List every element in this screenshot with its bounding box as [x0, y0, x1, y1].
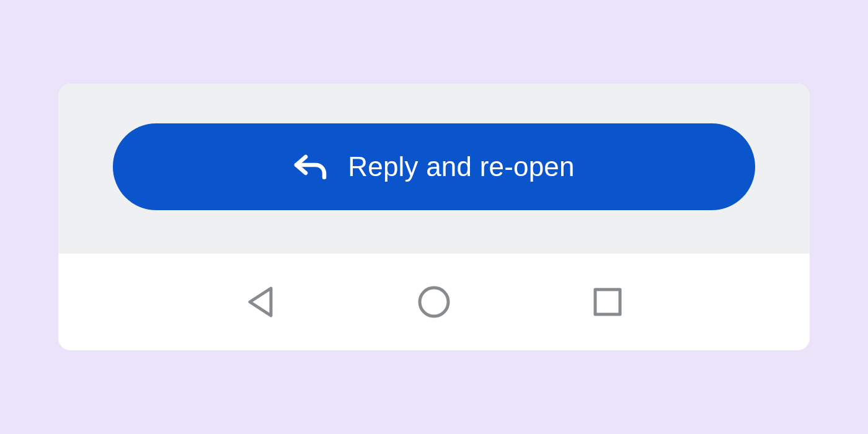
preview-card: Reply and re-open: [58, 84, 810, 350]
android-nav-bar: [58, 254, 810, 350]
circle-home-icon: [417, 285, 451, 319]
nav-recent-button[interactable]: [583, 277, 632, 327]
reply-arrow-icon: [293, 151, 327, 182]
triangle-back-icon: [245, 285, 276, 319]
nav-back-button[interactable]: [236, 277, 285, 327]
svg-point-0: [420, 288, 448, 316]
square-recent-icon: [591, 286, 624, 318]
nav-home-button[interactable]: [409, 277, 459, 327]
svg-rect-1: [595, 290, 620, 314]
button-panel: Reply and re-open: [58, 84, 810, 254]
reply-button-label: Reply and re-open: [348, 151, 574, 182]
reply-and-reopen-button[interactable]: Reply and re-open: [113, 123, 755, 210]
